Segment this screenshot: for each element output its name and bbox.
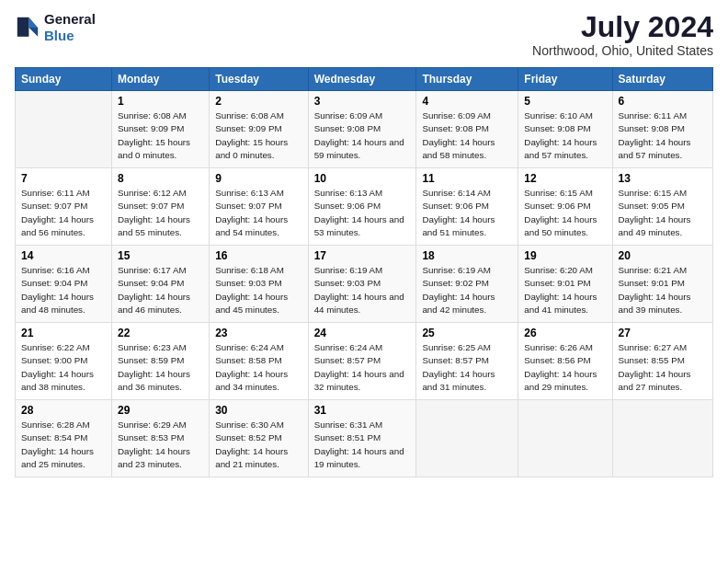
calendar-cell: 25Sunrise: 6:25 AMSunset: 8:57 PMDayligh… — [416, 323, 518, 400]
calendar-cell: 19Sunrise: 6:20 AMSunset: 9:01 PMDayligh… — [518, 246, 612, 323]
day-number: 15 — [118, 249, 203, 262]
cell-content: Sunrise: 6:17 AMSunset: 9:04 PMDaylight:… — [118, 264, 203, 316]
header-monday: Monday — [112, 68, 210, 91]
calendar-cell — [518, 400, 612, 477]
week-row-3: 14Sunrise: 6:16 AMSunset: 9:04 PMDayligh… — [16, 246, 713, 323]
week-row-1: 1Sunrise: 6:08 AMSunset: 9:09 PMDaylight… — [16, 91, 713, 168]
cell-content: Sunrise: 6:26 AMSunset: 8:56 PMDaylight:… — [524, 341, 606, 394]
header-sunday: Sunday — [16, 68, 112, 91]
day-number: 20 — [619, 249, 708, 262]
day-number: 9 — [215, 172, 301, 185]
calendar-cell: 15Sunrise: 6:17 AMSunset: 9:04 PMDayligh… — [112, 246, 210, 323]
cell-content: Sunrise: 6:08 AMSunset: 9:09 PMDaylight:… — [118, 109, 203, 162]
day-number: 30 — [215, 404, 301, 417]
day-number: 1 — [118, 95, 203, 108]
cell-content: Sunrise: 6:12 AMSunset: 9:07 PMDaylight:… — [118, 187, 203, 239]
day-number: 31 — [314, 404, 411, 417]
day-number: 22 — [118, 327, 203, 339]
cell-content: Sunrise: 6:21 AMSunset: 9:01 PMDaylight:… — [619, 264, 708, 316]
calendar-cell: 14Sunrise: 6:16 AMSunset: 9:04 PMDayligh… — [16, 246, 112, 323]
header-row: SundayMondayTuesdayWednesdayThursdayFrid… — [16, 68, 713, 91]
day-number: 25 — [422, 327, 512, 339]
day-number: 19 — [524, 249, 606, 262]
svg-marker-1 — [28, 28, 38, 37]
calendar-cell: 4Sunrise: 6:09 AMSunset: 9:08 PMDaylight… — [416, 91, 518, 168]
calendar-table: SundayMondayTuesdayWednesdayThursdayFrid… — [15, 67, 713, 477]
calendar-cell: 6Sunrise: 6:11 AMSunset: 9:08 PMDaylight… — [612, 91, 713, 168]
day-number: 11 — [422, 172, 512, 185]
calendar-cell: 13Sunrise: 6:15 AMSunset: 9:05 PMDayligh… — [612, 168, 713, 246]
cell-content: Sunrise: 6:09 AMSunset: 9:08 PMDaylight:… — [422, 109, 512, 162]
cell-content: Sunrise: 6:31 AMSunset: 8:51 PMDaylight:… — [314, 419, 411, 471]
calendar-cell — [416, 400, 518, 477]
cell-content: Sunrise: 6:19 AMSunset: 9:03 PMDaylight:… — [314, 264, 411, 316]
main-title: July 2024 — [532, 11, 713, 43]
calendar-cell: 24Sunrise: 6:24 AMSunset: 8:57 PMDayligh… — [308, 323, 416, 400]
cell-content: Sunrise: 6:19 AMSunset: 9:02 PMDaylight:… — [422, 264, 512, 316]
calendar-cell: 23Sunrise: 6:24 AMSunset: 8:58 PMDayligh… — [210, 323, 308, 400]
calendar-cell: 18Sunrise: 6:19 AMSunset: 9:02 PMDayligh… — [416, 246, 518, 323]
cell-content: Sunrise: 6:24 AMSunset: 8:58 PMDaylight:… — [215, 341, 301, 394]
title-block: July 2024 Northwood, Ohio, United States — [532, 11, 713, 58]
header-wednesday: Wednesday — [308, 68, 416, 91]
cell-content: Sunrise: 6:24 AMSunset: 8:57 PMDaylight:… — [314, 341, 411, 394]
day-number: 8 — [118, 172, 203, 185]
calendar-cell: 8Sunrise: 6:12 AMSunset: 9:07 PMDaylight… — [112, 168, 210, 246]
calendar-cell: 5Sunrise: 6:10 AMSunset: 9:08 PMDaylight… — [518, 91, 612, 168]
cell-content: Sunrise: 6:15 AMSunset: 9:06 PMDaylight:… — [524, 187, 606, 239]
day-number: 7 — [21, 172, 106, 185]
calendar-cell: 12Sunrise: 6:15 AMSunset: 9:06 PMDayligh… — [518, 168, 612, 246]
header-friday: Friday — [518, 68, 612, 91]
calendar-cell: 29Sunrise: 6:29 AMSunset: 8:53 PMDayligh… — [112, 400, 210, 477]
calendar-cell: 21Sunrise: 6:22 AMSunset: 9:00 PMDayligh… — [16, 323, 112, 400]
week-row-2: 7Sunrise: 6:11 AMSunset: 9:07 PMDaylight… — [16, 168, 713, 246]
cell-content: Sunrise: 6:25 AMSunset: 8:57 PMDaylight:… — [422, 341, 512, 394]
calendar-cell: 1Sunrise: 6:08 AMSunset: 9:09 PMDaylight… — [112, 91, 210, 168]
svg-rect-3 — [17, 28, 29, 37]
calendar-cell: 9Sunrise: 6:13 AMSunset: 9:07 PMDaylight… — [210, 168, 308, 246]
calendar-cell — [612, 400, 713, 477]
day-number: 29 — [118, 404, 203, 417]
calendar-cell: 22Sunrise: 6:23 AMSunset: 8:59 PMDayligh… — [112, 323, 210, 400]
calendar-cell: 30Sunrise: 6:30 AMSunset: 8:52 PMDayligh… — [210, 400, 308, 477]
cell-content: Sunrise: 6:20 AMSunset: 9:01 PMDaylight:… — [524, 264, 606, 316]
cell-content: Sunrise: 6:27 AMSunset: 8:55 PMDaylight:… — [619, 341, 708, 394]
calendar-cell: 3Sunrise: 6:09 AMSunset: 9:08 PMDaylight… — [308, 91, 416, 168]
logo-icon — [15, 15, 40, 40]
logo: General Blue — [15, 11, 96, 44]
cell-content: Sunrise: 6:15 AMSunset: 9:05 PMDaylight:… — [619, 187, 708, 239]
calendar-cell: 28Sunrise: 6:28 AMSunset: 8:54 PMDayligh… — [16, 400, 112, 477]
svg-rect-2 — [17, 17, 29, 28]
logo-line1: General — [44, 11, 96, 28]
calendar-cell: 10Sunrise: 6:13 AMSunset: 9:06 PMDayligh… — [308, 168, 416, 246]
calendar-cell: 27Sunrise: 6:27 AMSunset: 8:55 PMDayligh… — [612, 323, 713, 400]
cell-content: Sunrise: 6:23 AMSunset: 8:59 PMDaylight:… — [118, 341, 203, 394]
calendar-cell: 17Sunrise: 6:19 AMSunset: 9:03 PMDayligh… — [308, 246, 416, 323]
calendar-cell: 2Sunrise: 6:08 AMSunset: 9:09 PMDaylight… — [210, 91, 308, 168]
header-tuesday: Tuesday — [210, 68, 308, 91]
day-number: 26 — [524, 327, 606, 339]
calendar-cell: 11Sunrise: 6:14 AMSunset: 9:06 PMDayligh… — [416, 168, 518, 246]
day-number: 4 — [422, 95, 512, 108]
cell-content: Sunrise: 6:08 AMSunset: 9:09 PMDaylight:… — [215, 109, 301, 162]
day-number: 6 — [619, 95, 708, 108]
day-number: 12 — [524, 172, 606, 185]
week-row-5: 28Sunrise: 6:28 AMSunset: 8:54 PMDayligh… — [16, 400, 713, 477]
cell-content: Sunrise: 6:28 AMSunset: 8:54 PMDaylight:… — [21, 419, 106, 471]
day-number: 23 — [215, 327, 301, 339]
day-number: 2 — [215, 95, 301, 108]
cell-content: Sunrise: 6:13 AMSunset: 9:07 PMDaylight:… — [215, 187, 301, 239]
calendar-cell — [16, 91, 112, 168]
day-number: 5 — [524, 95, 606, 108]
cell-content: Sunrise: 6:22 AMSunset: 9:00 PMDaylight:… — [21, 341, 106, 394]
page: General Blue July 2024 Northwood, Ohio, … — [0, 0, 728, 563]
day-number: 21 — [21, 327, 106, 339]
cell-content: Sunrise: 6:14 AMSunset: 9:06 PMDaylight:… — [422, 187, 512, 239]
day-number: 10 — [314, 172, 411, 185]
day-number: 28 — [21, 404, 106, 417]
day-number: 24 — [314, 327, 411, 339]
cell-content: Sunrise: 6:09 AMSunset: 9:08 PMDaylight:… — [314, 109, 411, 162]
cell-content: Sunrise: 6:13 AMSunset: 9:06 PMDaylight:… — [314, 187, 411, 239]
day-number: 18 — [422, 249, 512, 262]
cell-content: Sunrise: 6:11 AMSunset: 9:07 PMDaylight:… — [21, 187, 106, 239]
